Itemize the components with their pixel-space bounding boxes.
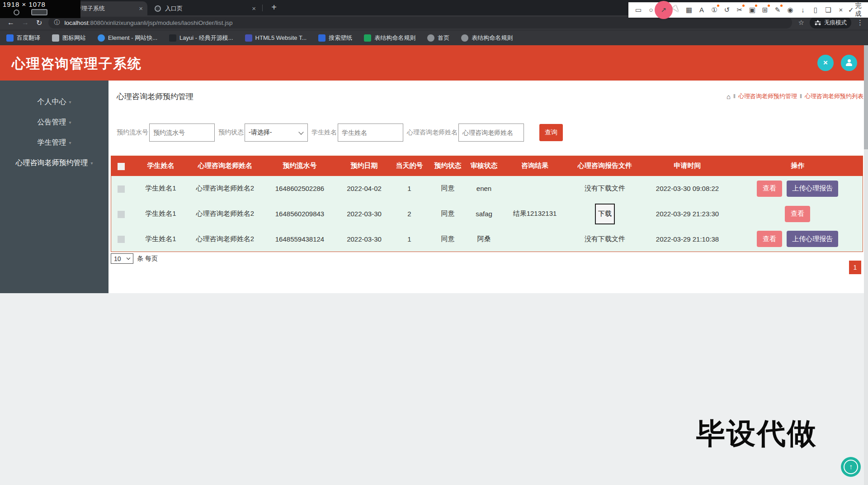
user-icon bbox=[845, 59, 853, 66]
bookmark-label: 表结构命名规则 bbox=[472, 34, 513, 42]
annotation-toolbar: ▭○↗▦A①↺✂▣⊞✎◉↓▯❏× ✓ 完成 bbox=[628, 2, 868, 18]
bookmark-item[interactable]: 百度翻译 bbox=[6, 34, 40, 42]
recorder-camera-icon[interactable] bbox=[14, 10, 19, 15]
breadcrumb: ⌂ ‖心理咨询老师预约管理‖心理咨询老师预约列表 bbox=[726, 92, 863, 100]
browser-tab-inactive[interactable]: 入口页 × bbox=[150, 1, 260, 15]
content-panel: 心理咨询老师预约管理 ⌂ ‖心理咨询老师预约管理‖心理咨询老师预约列表 预约流水… bbox=[108, 81, 868, 293]
download-button[interactable]: 下载 bbox=[595, 204, 615, 224]
sidebar-item-label: 公告管理 bbox=[37, 118, 66, 127]
cell-report-file: 下载 bbox=[568, 201, 642, 227]
column-header: 预约日期 bbox=[340, 156, 389, 176]
bookmark-star-icon[interactable]: ☆ bbox=[798, 19, 804, 27]
pin-tool-icon[interactable]: ✎ bbox=[771, 2, 784, 18]
chevron-down-icon bbox=[298, 129, 303, 134]
cell-result bbox=[502, 227, 568, 252]
download-tool-icon[interactable]: ↓ bbox=[797, 2, 809, 18]
row-checkbox[interactable] bbox=[118, 211, 125, 218]
bookmark-favicon-icon bbox=[169, 34, 176, 42]
bookmark-favicon-icon bbox=[245, 34, 252, 42]
browser-menu-icon[interactable]: ⋮ bbox=[857, 19, 863, 27]
view-button[interactable]: 查看 bbox=[757, 231, 782, 247]
cell-actions: 查看上传心理报告 bbox=[733, 176, 863, 201]
sidebar-item[interactable]: 个人中心▾ bbox=[0, 92, 108, 112]
bookmark-favicon-icon bbox=[52, 34, 59, 42]
expand-tool-icon[interactable]: ⊞ bbox=[759, 2, 771, 18]
info-icon[interactable]: ⓘ bbox=[54, 19, 60, 27]
row-checkbox[interactable] bbox=[118, 185, 125, 193]
bookmark-item[interactable]: Layui - 经典开源模... bbox=[169, 34, 233, 42]
view-button[interactable]: 查看 bbox=[785, 206, 810, 222]
cell-status: 同意 bbox=[430, 176, 466, 201]
sidebar-item[interactable]: 学生管理▾ bbox=[0, 133, 108, 153]
bookmark-item[interactable]: 首页 bbox=[427, 34, 449, 42]
done-button[interactable]: ✓ 完成 bbox=[848, 2, 864, 18]
tab-close-icon[interactable]: × bbox=[252, 5, 256, 12]
undo-icon[interactable]: ↺ bbox=[721, 2, 733, 18]
fullscreen-exit-button[interactable]: × bbox=[817, 55, 834, 71]
select-all-checkbox[interactable] bbox=[118, 163, 125, 170]
sidebar-item[interactable]: 心理咨询老师预约管理▾ bbox=[0, 153, 108, 173]
forward-icon[interactable]: → bbox=[22, 19, 29, 27]
bookmark-item[interactable]: 图标网站 bbox=[52, 34, 86, 42]
bookmark-favicon-icon bbox=[364, 34, 371, 42]
page-size-select[interactable]: 10 bbox=[111, 253, 133, 264]
page-number-badge[interactable]: 1 bbox=[849, 261, 861, 274]
breadcrumb-link[interactable]: 心理咨询老师预约列表 bbox=[805, 92, 863, 100]
filter-select-value: -请选择- bbox=[249, 128, 272, 137]
row-checkbox[interactable] bbox=[118, 236, 125, 243]
back-to-top-button[interactable]: ↑ bbox=[841, 457, 861, 477]
report-file-text: 没有下载文件 bbox=[585, 235, 625, 242]
bookmark-item[interactable]: 搜索壁纸 bbox=[318, 34, 352, 42]
row-select-cell bbox=[111, 227, 132, 252]
arrow-tool-icon[interactable]: ↗ bbox=[657, 2, 670, 18]
cell-audit: safag bbox=[466, 201, 502, 227]
cell-day-no: 1 bbox=[389, 176, 430, 201]
cursor-tool-icon[interactable] bbox=[670, 2, 683, 18]
rect-tool-icon[interactable]: ▭ bbox=[632, 2, 645, 18]
filter-input[interactable] bbox=[149, 124, 215, 142]
copy-tool-icon[interactable]: ▣ bbox=[746, 2, 759, 18]
board-tool-icon[interactable]: ▯ bbox=[809, 2, 822, 18]
bookmark-item[interactable]: HTML5 Website T... bbox=[245, 34, 307, 42]
step-number-tool-icon[interactable]: ① bbox=[708, 2, 721, 18]
address-bar[interactable]: ⓘ localhost :8080/xinlizixunguanli/jsp/m… bbox=[48, 17, 792, 29]
breadcrumb-link[interactable]: 心理咨询老师预约管理 bbox=[738, 92, 797, 100]
table-header-row: 学生姓名心理咨询老师姓名预约流水号预约日期当天的号预约状态审核状态咨询结果心理咨… bbox=[111, 156, 863, 176]
bookmark-item[interactable]: 表结构命名规则 bbox=[364, 34, 415, 42]
scissors-tool-icon[interactable]: ✂ bbox=[733, 2, 746, 18]
cell-audit: enen bbox=[466, 176, 502, 201]
filter-input[interactable] bbox=[338, 124, 403, 142]
bookmark-item[interactable]: 表结构命名规则 bbox=[461, 34, 513, 42]
mosaic-tool-icon[interactable]: ▦ bbox=[683, 2, 695, 18]
profile-button[interactable] bbox=[841, 55, 857, 71]
filter-input[interactable] bbox=[458, 124, 524, 142]
filter-label: 心理咨询老师姓名 bbox=[407, 128, 458, 137]
sidebar-item[interactable]: 公告管理▾ bbox=[0, 112, 108, 133]
text-tool-icon[interactable]: A bbox=[695, 2, 708, 18]
chevron-down-icon: ▾ bbox=[69, 120, 71, 125]
close-toolbar-icon[interactable]: × bbox=[835, 2, 847, 18]
view-button[interactable]: 查看 bbox=[757, 181, 782, 197]
row-select-cell bbox=[111, 176, 132, 201]
search-button[interactable]: 查询 bbox=[539, 124, 563, 141]
done-label: 完成 bbox=[855, 2, 864, 18]
app-title: 心理咨询管理子系统 bbox=[12, 55, 142, 73]
back-icon[interactable]: ← bbox=[7, 19, 14, 27]
tab-close-icon[interactable]: × bbox=[139, 5, 143, 12]
bookmark-item[interactable]: Element - 网站快... bbox=[98, 34, 157, 42]
recorder-monitor-icon[interactable] bbox=[31, 9, 47, 15]
chevron-down-icon: ▾ bbox=[69, 140, 71, 145]
scrollbar-thumb[interactable] bbox=[864, 45, 868, 149]
incognito-icon bbox=[814, 20, 821, 26]
home-icon[interactable]: ⌂ bbox=[726, 93, 731, 100]
filter-select[interactable]: -请选择- bbox=[245, 124, 308, 142]
cell-order-no: 1648602502286 bbox=[260, 176, 340, 201]
upload-report-button[interactable]: 上传心理报告 bbox=[787, 231, 838, 247]
save-tool-icon[interactable]: ❏ bbox=[822, 2, 835, 18]
page-title: 心理咨询老师预约管理 bbox=[117, 91, 193, 102]
record-tool-icon[interactable]: ◉ bbox=[784, 2, 797, 18]
new-tab-button[interactable]: + bbox=[268, 1, 280, 14]
reload-icon[interactable]: ↻ bbox=[36, 19, 42, 27]
upload-report-button[interactable]: 上传心理报告 bbox=[787, 181, 838, 197]
ellipse-tool-icon[interactable]: ○ bbox=[645, 2, 657, 18]
